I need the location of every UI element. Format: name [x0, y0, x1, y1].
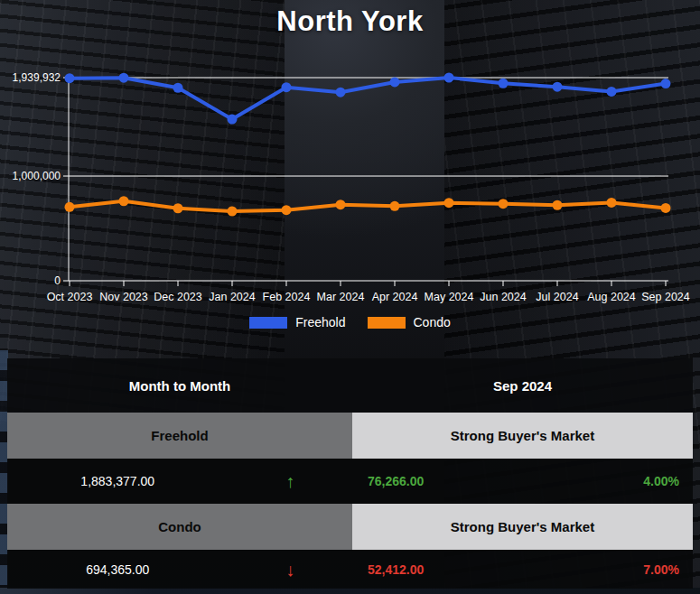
- data-point-freehold-oct-2023[interactable]: [65, 73, 75, 83]
- condo-subheader-row: Condo Strong Buyer's Market: [7, 504, 693, 550]
- data-point-condo-jan-2024[interactable]: [228, 206, 238, 216]
- data-point-freehold-aug-2024[interactable]: [607, 87, 617, 97]
- x-tick-label: Dec 2023: [154, 291, 202, 303]
- data-point-condo-apr-2024[interactable]: [390, 201, 400, 211]
- data-point-condo-sep-2024[interactable]: [661, 203, 671, 213]
- legend-item-condo[interactable]: Condo: [368, 315, 451, 329]
- data-point-freehold-feb-2024[interactable]: [282, 82, 292, 92]
- y-tick-label: 0: [54, 274, 61, 287]
- data-point-freehold-may-2024[interactable]: [444, 73, 454, 83]
- condo-change-amount: 52,412.00: [368, 562, 424, 577]
- data-point-condo-aug-2024[interactable]: [607, 198, 617, 208]
- data-point-freehold-dec-2023[interactable]: [173, 83, 183, 93]
- x-tick-label: Jul 2024: [536, 291, 578, 303]
- price-trend-chart: 1,939,9321,000,0000Oct 2023Nov 2023Dec 2…: [0, 0, 700, 357]
- down-arrow-icon: ↓: [228, 561, 352, 579]
- header-month-to-month: Month to Month: [7, 358, 352, 413]
- page-title: North York: [0, 5, 700, 38]
- data-point-condo-mar-2024[interactable]: [336, 200, 346, 209]
- data-point-freehold-apr-2024[interactable]: [390, 77, 400, 87]
- x-tick-label: Feb 2024: [263, 291, 311, 303]
- freehold-price-value: 1,883,377.00: [7, 474, 228, 488]
- header-current-month: Sep 2024: [352, 358, 693, 413]
- data-point-condo-feb-2024[interactable]: [282, 205, 292, 215]
- freehold-label-cell: Freehold: [7, 413, 352, 459]
- freehold-change-amount: 76,266.00: [368, 474, 424, 488]
- bottom-edge-strip: [0, 588, 700, 594]
- data-point-freehold-nov-2023[interactable]: [119, 73, 129, 83]
- data-point-freehold-sep-2024[interactable]: [661, 79, 671, 88]
- data-point-freehold-jun-2024[interactable]: [499, 79, 509, 88]
- data-point-freehold-mar-2024[interactable]: [336, 88, 346, 97]
- data-point-condo-jul-2024[interactable]: [553, 200, 563, 210]
- x-tick-label: Oct 2023: [47, 291, 93, 303]
- legend-item-freehold[interactable]: Freehold: [249, 315, 345, 329]
- table-header-row: Month to Month Sep 2024: [7, 358, 693, 413]
- series-line-condo: [70, 201, 666, 211]
- data-point-condo-jun-2024[interactable]: [499, 199, 509, 209]
- freehold-data-row: 1,883,377.00 ↑ 76,266.00 4.00%: [7, 459, 693, 504]
- condo-data-row: 694,365.00 ↓ 52,412.00 7.00%: [7, 550, 693, 589]
- x-tick-label: Jun 2024: [480, 291, 526, 303]
- market-summary-table: Month to Month Sep 2024 Freehold Strong …: [7, 358, 693, 589]
- x-tick-label: Apr 2024: [372, 291, 418, 303]
- data-point-condo-oct-2023[interactable]: [65, 202, 75, 212]
- legend-label: Freehold: [295, 315, 345, 329]
- x-tick-label: Jan 2024: [209, 291, 255, 303]
- data-point-freehold-jul-2024[interactable]: [553, 82, 563, 92]
- data-point-condo-dec-2023[interactable]: [173, 203, 183, 213]
- x-tick-label: May 2024: [425, 291, 474, 303]
- series-line-freehold: [70, 78, 666, 119]
- condo-color-swatch: [368, 317, 406, 329]
- y-tick-label: 1,000,000: [13, 170, 61, 182]
- freehold-change-percent: 4.00%: [643, 474, 679, 488]
- condo-price-value: 694,365.00: [7, 562, 228, 577]
- data-point-condo-may-2024[interactable]: [444, 198, 454, 208]
- freehold-market-status: Strong Buyer's Market: [352, 413, 693, 459]
- chart-legend: Freehold Condo: [0, 315, 700, 329]
- freehold-subheader-row: Freehold Strong Buyer's Market: [7, 413, 693, 459]
- report-widget: 1,939,9321,000,0000Oct 2023Nov 2023Dec 2…: [0, 0, 700, 594]
- x-tick-label: Aug 2024: [587, 291, 636, 303]
- y-tick-label: 1,939,932: [13, 71, 61, 84]
- legend-label: Condo: [414, 315, 451, 329]
- condo-market-status: Strong Buyer's Market: [352, 504, 693, 550]
- condo-label-cell: Condo: [7, 504, 352, 550]
- x-tick-label: Mar 2024: [317, 291, 365, 303]
- up-arrow-icon: ↑: [228, 472, 352, 490]
- x-tick-label: Sep 2024: [641, 291, 690, 303]
- freehold-color-swatch: [249, 317, 287, 329]
- condo-change-percent: 7.00%: [643, 562, 679, 577]
- x-tick-label: Nov 2023: [99, 291, 148, 303]
- data-point-freehold-jan-2024[interactable]: [228, 115, 238, 125]
- data-point-condo-nov-2023[interactable]: [119, 196, 129, 206]
